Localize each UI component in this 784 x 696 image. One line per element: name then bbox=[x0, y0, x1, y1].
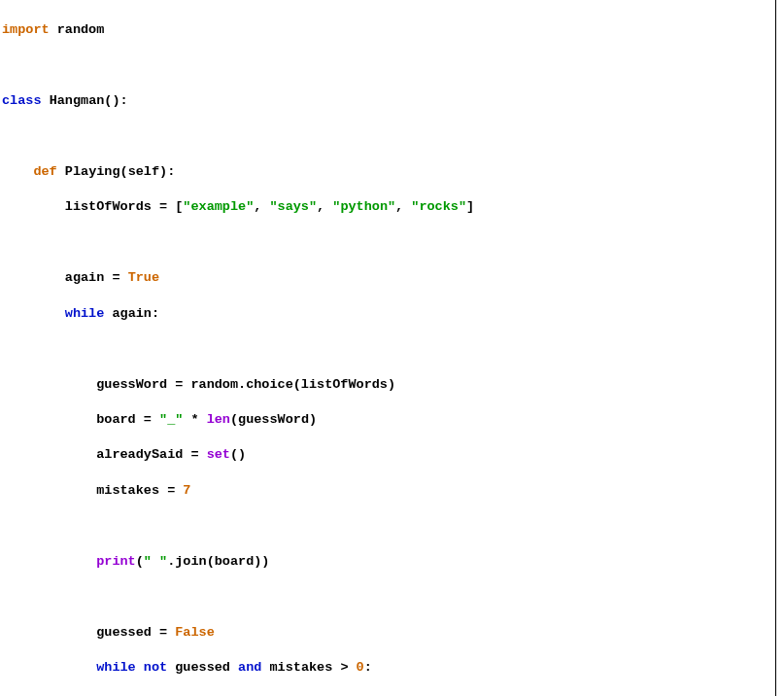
string-literal: "rocks" bbox=[411, 199, 466, 214]
module-name: random bbox=[57, 22, 105, 37]
keyword-class: class bbox=[2, 93, 42, 108]
number-literal: 0 bbox=[357, 660, 364, 675]
builtin-set: set bbox=[207, 447, 230, 462]
code-line: board = "_" * len(guessWord) bbox=[2, 411, 784, 429]
keyword-while: while bbox=[96, 660, 136, 675]
code-line bbox=[2, 517, 784, 535]
code-line: alreadySaid = set() bbox=[2, 446, 784, 464]
keyword-false: False bbox=[175, 625, 215, 640]
code-line bbox=[2, 57, 784, 75]
builtin-print: print bbox=[96, 554, 136, 569]
keyword-not: not bbox=[144, 660, 167, 675]
code-line: while not guessed and mistakes > 0: bbox=[2, 659, 784, 677]
code-line: import random bbox=[2, 21, 784, 39]
class-name: Hangman bbox=[50, 93, 105, 108]
code-line bbox=[2, 128, 784, 146]
string-literal: " " bbox=[144, 554, 167, 569]
string-literal: "_" bbox=[159, 412, 183, 427]
code-line bbox=[2, 234, 784, 252]
string-literal: "says" bbox=[269, 199, 317, 214]
builtin-len: len bbox=[207, 412, 230, 427]
code-line: class Hangman(): bbox=[2, 92, 784, 110]
string-literal: "example" bbox=[183, 199, 254, 214]
keyword-while: while bbox=[65, 306, 105, 321]
method-name: Playing bbox=[65, 164, 120, 179]
keyword-true: True bbox=[128, 270, 159, 285]
keyword-import: import bbox=[2, 22, 50, 37]
code-line: again = True bbox=[2, 269, 784, 287]
code-editor[interactable]: import random class Hangman(): def Playi… bbox=[0, 0, 784, 696]
code-line bbox=[2, 340, 784, 358]
code-line: print(" ".join(board)) bbox=[2, 553, 784, 571]
code-line: guessWord = random.choice(listOfWords) bbox=[2, 376, 784, 394]
keyword-and: and bbox=[238, 660, 261, 675]
code-line: while again: bbox=[2, 305, 784, 323]
vertical-divider bbox=[775, 0, 776, 696]
code-line: def Playing(self): bbox=[2, 163, 784, 181]
number-literal: 7 bbox=[183, 483, 190, 498]
code-line bbox=[2, 588, 784, 606]
code-line: mistakes = 7 bbox=[2, 482, 784, 500]
code-line: guessed = False bbox=[2, 624, 784, 642]
code-line: listOfWords = ["example", "says", "pytho… bbox=[2, 198, 784, 216]
keyword-def: def bbox=[33, 164, 56, 179]
string-literal: "python" bbox=[332, 199, 395, 214]
